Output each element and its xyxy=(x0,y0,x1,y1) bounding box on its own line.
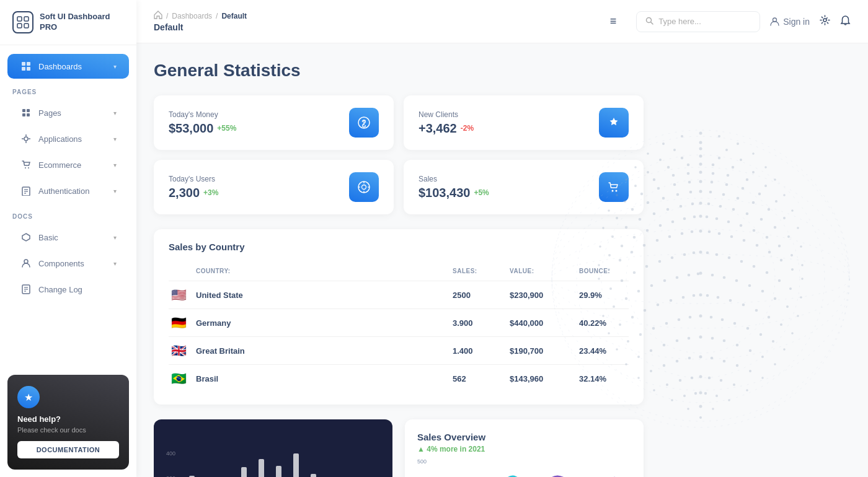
stat-card-users: Today's Users 2,300 +3% xyxy=(154,160,394,214)
app-name: Soft UI Dashboard PRO xyxy=(40,12,124,33)
sidebar-item-authentication[interactable]: Authentication ▾ xyxy=(7,178,129,203)
svg-point-129 xyxy=(659,224,662,227)
svg-point-65 xyxy=(732,166,734,168)
svg-point-274 xyxy=(699,416,702,419)
components-label: Components xyxy=(38,259,107,268)
bar-chart xyxy=(180,450,380,477)
svg-point-194 xyxy=(748,284,751,287)
svg-point-47 xyxy=(647,152,649,155)
svg-point-212 xyxy=(755,309,758,312)
svg-point-240 xyxy=(736,344,739,347)
sidebar-item-components[interactable]: Components ▾ xyxy=(7,251,129,276)
svg-point-120 xyxy=(760,218,763,221)
basic-arrow: ▾ xyxy=(113,234,117,241)
svg-point-131 xyxy=(683,217,686,221)
svg-rect-1 xyxy=(24,17,29,21)
svg-point-139 xyxy=(766,236,769,239)
svg-point-122 xyxy=(787,235,790,238)
ecommerce-icon xyxy=(20,159,32,171)
stat-card-money: Today's Money $53,000 +55% xyxy=(154,95,394,150)
svg-point-169 xyxy=(683,253,686,256)
stat-info-users: Today's Users 2,300 +3% xyxy=(169,175,218,200)
sidebar-item-pages[interactable]: Pages ▾ xyxy=(7,100,129,125)
sales-gb: 1.400 xyxy=(453,346,473,356)
section-docs-title: DOCS xyxy=(0,204,136,224)
stat-change-clients: -2% xyxy=(461,124,474,133)
breadcrumb-parent[interactable]: Dashboards xyxy=(172,12,212,20)
svg-point-170 xyxy=(693,252,696,255)
value-de: $440,000 xyxy=(510,318,543,328)
svg-point-167 xyxy=(658,260,662,263)
svg-point-186 xyxy=(663,279,666,282)
svg-point-67 xyxy=(774,178,776,181)
svg-point-49 xyxy=(699,147,702,151)
svg-point-210 xyxy=(729,299,732,302)
search-icon xyxy=(645,17,653,27)
svg-point-138 xyxy=(753,229,756,232)
svg-point-229 xyxy=(772,340,774,343)
applications-icon xyxy=(20,133,32,145)
svg-point-264 xyxy=(671,399,673,401)
svg-point-205 xyxy=(682,296,685,299)
sidebar-item-applications[interactable]: Applications ▾ xyxy=(7,126,129,151)
svg-point-98 xyxy=(689,191,693,194)
hamburger-icon[interactable]: ≡ xyxy=(605,12,622,30)
svg-point-171 xyxy=(699,251,702,254)
svg-point-158 xyxy=(768,251,771,254)
svg-point-87 xyxy=(725,183,728,186)
svg-point-261 xyxy=(720,379,722,382)
svg-point-236 xyxy=(688,337,691,340)
sidebar-item-ecommerce[interactable]: Ecommerce ▾ xyxy=(7,152,129,177)
stat-label-sales: Sales xyxy=(418,175,489,183)
bounce-br: 32.14% xyxy=(579,374,606,383)
svg-point-254 xyxy=(761,377,764,379)
svg-point-247 xyxy=(676,360,679,363)
svg-point-222 xyxy=(689,316,692,319)
notification-icon[interactable] xyxy=(840,15,851,28)
svg-point-114 xyxy=(691,203,694,206)
svg-point-84 xyxy=(688,181,691,184)
svg-point-18 xyxy=(28,167,29,168)
svg-point-42 xyxy=(681,135,683,138)
sidebar-item-dashboards[interactable]: Dashboards ▾ xyxy=(7,54,129,79)
documentation-button[interactable]: DOCUMENTATION xyxy=(17,441,119,458)
svg-point-72 xyxy=(687,172,690,175)
changelog-label: Change Log xyxy=(38,285,117,294)
svg-point-76 xyxy=(746,178,748,181)
svg-rect-3 xyxy=(24,24,29,28)
settings-icon[interactable] xyxy=(820,15,830,28)
sidebar-item-basic[interactable]: Basic ▾ xyxy=(7,225,129,250)
svg-point-154 xyxy=(718,232,721,235)
svg-point-48 xyxy=(673,149,676,151)
svg-point-253 xyxy=(749,370,751,372)
svg-point-206 xyxy=(693,294,696,297)
svg-point-66 xyxy=(752,171,755,173)
svg-point-23 xyxy=(24,260,28,263)
sales-country-title: Sales by Country xyxy=(169,242,629,252)
svg-point-234 xyxy=(663,344,666,347)
svg-point-109 xyxy=(625,226,627,229)
svg-point-161 xyxy=(801,278,804,280)
svg-point-188 xyxy=(688,274,691,277)
svg-point-97 xyxy=(676,193,680,196)
svg-point-195 xyxy=(761,290,764,293)
svg-point-115 xyxy=(699,202,702,205)
signin-button[interactable]: Sign in xyxy=(770,17,810,27)
svg-point-133 xyxy=(699,215,702,218)
svg-point-96 xyxy=(662,197,665,200)
svg-point-106 xyxy=(797,227,799,229)
breadcrumb-block: / Dashboards / Default Default xyxy=(154,11,247,32)
basic-icon xyxy=(20,231,32,243)
bottom-charts: 400 200 0 xyxy=(154,419,644,477)
bounce-us: 29.9% xyxy=(579,291,602,300)
svg-point-238 xyxy=(711,337,714,340)
svg-point-118 xyxy=(732,208,735,211)
search-input[interactable] xyxy=(658,17,751,26)
breadcrumb-sep1: / xyxy=(166,12,168,20)
sidebar-item-changelog[interactable]: Change Log xyxy=(7,277,129,302)
country-row-br: 🇧🇷 Brasil 562 $143,960 32.14% xyxy=(169,365,629,392)
svg-point-228 xyxy=(760,333,762,336)
flag-us: 🇺🇸 xyxy=(169,287,188,302)
home-icon[interactable] xyxy=(154,11,162,21)
svg-point-172 xyxy=(706,252,709,255)
